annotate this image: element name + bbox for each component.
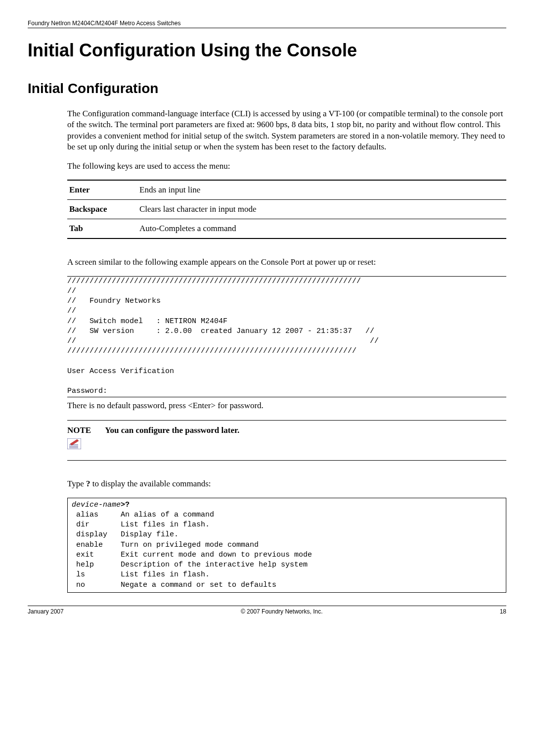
note-block: NOTE You can configure the password late… [67, 420, 506, 461]
page-footer: January 2007 © 2007 Foundry Networks, In… [28, 606, 506, 615]
footer-date: January 2007 [28, 608, 64, 615]
svg-marker-4 [70, 439, 79, 445]
console-output: ////////////////////////////////////////… [67, 277, 506, 397]
document-header: Foundry NetIron M2404C/M2404F Metro Acce… [28, 20, 506, 28]
note-text: You can configure the password later. [105, 425, 239, 435]
table-row: Tab Auto-Completes a command [67, 219, 506, 239]
note-label: NOTE [67, 425, 91, 435]
key-reference-table: Enter Ends an input line Backspace Clear… [67, 180, 506, 239]
key-desc: Ends an input line [137, 180, 506, 200]
page-title-h1: Initial Configuration Using the Console [28, 40, 506, 61]
question-mark-char: ? [86, 479, 90, 488]
footer-page-number: 18 [500, 608, 506, 615]
note-pencil-icon [67, 438, 81, 449]
after-console-text: There is no default password, press <Ent… [67, 400, 506, 411]
console-intro: A screen similar to the following exampl… [67, 257, 506, 268]
intro-paragraph-1: The Configuration command-language inter… [67, 108, 506, 153]
text-fragment: to display the available commands: [90, 479, 211, 488]
command-list-block: device-name>? alias An alias of a comman… [67, 498, 506, 593]
key-desc: Clears last character in input mode [137, 200, 506, 219]
section-title-h2: Initial Configuration [28, 81, 506, 96]
table-row: Enter Ends an input line [67, 180, 506, 200]
command-list: device-name>? alias An alias of a comman… [72, 500, 502, 590]
type-q-intro: Type ? to display the available commands… [67, 478, 506, 489]
prompt: >? [121, 501, 130, 509]
device-name-placeholder: device-name [72, 501, 121, 509]
console-output-block: ////////////////////////////////////////… [67, 276, 506, 397]
key-name: Backspace [67, 200, 137, 219]
text-fragment: Type [67, 479, 86, 488]
key-name: Tab [67, 219, 137, 239]
footer-copyright: © 2007 Foundry Networks, Inc. [241, 608, 323, 615]
command-body: alias An alias of a command dir List fil… [72, 511, 312, 589]
key-desc: Auto-Completes a command [137, 219, 506, 239]
header-product: Foundry NetIron M2404C/M2404F Metro Acce… [28, 20, 180, 27]
table-row: Backspace Clears last character in input… [67, 200, 506, 219]
key-name: Enter [67, 180, 137, 200]
intro-paragraph-2: The following keys are used to access th… [67, 161, 506, 172]
